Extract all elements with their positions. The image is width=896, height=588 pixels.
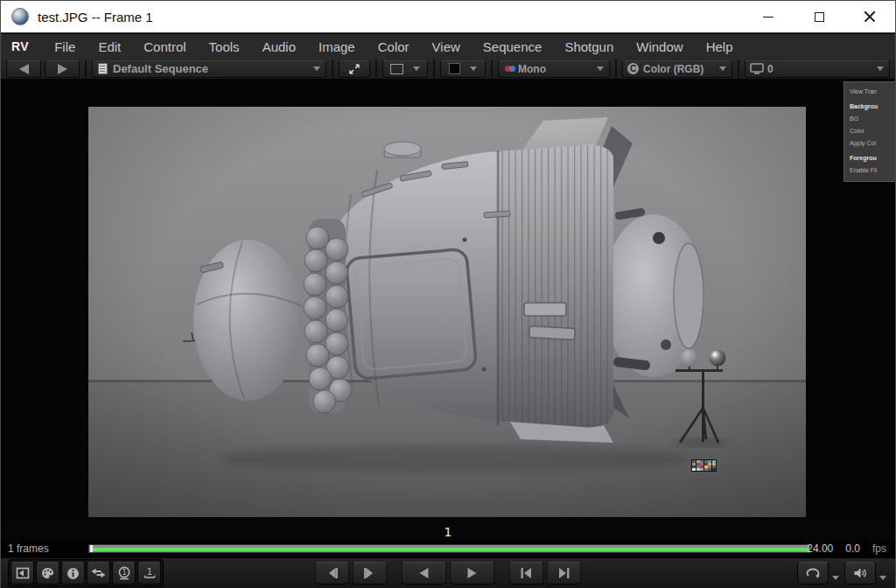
sequence-selector[interactable]: Default Sequence <box>92 60 326 78</box>
panel-header-foreground: Foregrou <box>850 152 895 164</box>
go-to-end-icon <box>557 567 571 579</box>
panel-header-background: Backgrou <box>850 101 895 113</box>
network-view-button[interactable] <box>339 60 370 78</box>
timeline-bar: 1 frames 24.00 0.0 fps <box>1 540 895 557</box>
menu-color[interactable]: Color <box>367 39 421 54</box>
color-swatch-icon <box>449 63 460 74</box>
step-group <box>315 562 388 584</box>
volume-dropdown-caret-icon[interactable] <box>879 576 886 580</box>
viewer-tools-group: 1 1 <box>8 559 164 587</box>
svg-text:1: 1 <box>122 569 126 577</box>
playback-options-group <box>797 562 888 584</box>
fps-target: 24.00 <box>807 542 833 555</box>
toolbar-separator <box>491 60 493 79</box>
color-palette-button[interactable] <box>36 562 60 584</box>
sequence-document-icon <box>98 63 108 74</box>
minimize-icon <box>763 17 774 18</box>
svg-text:1: 1 <box>146 567 151 577</box>
sequence-label: Default Sequence <box>113 62 208 75</box>
menu-sequence[interactable]: Sequence <box>472 39 554 54</box>
menu-control[interactable]: Control <box>132 39 197 54</box>
loop-dropdown-caret-icon[interactable] <box>832 576 839 580</box>
panel-item-apply-color[interactable]: Apply Col <box>850 137 895 150</box>
stereo-right-eye-icon <box>509 66 515 72</box>
menu-edit[interactable]: Edit <box>87 39 132 54</box>
menu-help[interactable]: Help <box>695 39 745 54</box>
play-forward-button[interactable] <box>450 562 495 584</box>
bottom-toolbar: 1 1 <box>1 557 895 588</box>
toolbar-separator <box>375 60 377 79</box>
loop-mode-button[interactable] <box>797 562 829 584</box>
menu-audio[interactable]: Audio <box>251 39 307 54</box>
fps-unit: fps <box>872 542 886 555</box>
color-display-selector[interactable]: C Color (RGB) <box>622 60 732 78</box>
menu-window[interactable]: Window <box>625 39 694 54</box>
info-icon <box>66 567 80 580</box>
fps-current: 0.0 <box>845 542 860 555</box>
menu-tools[interactable]: Tools <box>198 39 251 54</box>
menu-view[interactable]: View <box>421 39 472 54</box>
double-arrow-icon <box>91 568 106 578</box>
step-forward-button[interactable] <box>353 562 388 584</box>
swap-compare-button[interactable] <box>87 562 110 584</box>
play-backward-icon <box>417 567 431 579</box>
play-backward-button[interactable] <box>402 562 447 584</box>
panel-item-color[interactable]: Color <box>850 125 895 137</box>
rv-logo: RV <box>1 39 43 53</box>
image-info-button[interactable] <box>61 562 85 584</box>
toolbar-separator <box>433 60 435 79</box>
monitor-icon <box>750 63 764 75</box>
timeline-frame-button[interactable]: 1 <box>137 562 161 584</box>
step-back-button[interactable] <box>315 562 350 584</box>
volume-button[interactable] <box>844 562 876 584</box>
step-forward-icon <box>363 567 377 579</box>
panel-item-enable-fill[interactable]: Enable Fil <box>850 164 895 177</box>
display-device-selector[interactable]: 0 <box>745 60 890 78</box>
toolbar-separator <box>738 60 739 79</box>
dropdown-caret-icon <box>719 66 726 71</box>
timeline-range <box>90 548 808 551</box>
window-title: test.JPG -- Frame 1 <box>38 10 153 24</box>
matte-color-selector[interactable] <box>440 60 486 78</box>
stereo-label: Mono <box>518 63 546 75</box>
dropdown-caret-icon <box>413 66 420 71</box>
rv-window: test.JPG -- Frame 1 RV File Edit Control… <box>0 0 896 588</box>
region-selector[interactable] <box>382 60 428 78</box>
timeline-track[interactable] <box>88 544 810 553</box>
maximize-button[interactable] <box>794 1 844 32</box>
circled-one-icon: 1 <box>117 566 131 580</box>
palette-icon <box>41 567 54 579</box>
timeline-playhead[interactable] <box>90 545 93 552</box>
dropdown-caret-icon <box>313 66 320 71</box>
app-icon <box>11 8 29 25</box>
play-group <box>402 562 495 584</box>
back-button[interactable] <box>6 60 41 78</box>
image-viewport[interactable]: View Tran Backgrou BG Color Apply Col Fo… <box>1 80 895 524</box>
frames-count-label: 1 frames <box>8 542 49 555</box>
menu-shotgun[interactable]: Shotgun <box>553 39 625 54</box>
forward-button[interactable] <box>45 60 80 78</box>
minimize-button[interactable] <box>743 1 794 32</box>
loop-icon <box>805 567 821 579</box>
speaker-icon <box>853 567 868 579</box>
frame-marker-button[interactable]: 1 <box>112 562 136 584</box>
go-to-start-button[interactable] <box>509 562 544 584</box>
viewer-image <box>88 107 806 517</box>
go-to-end-button[interactable] <box>547 562 582 584</box>
transport-controls <box>315 562 582 584</box>
close-icon <box>864 10 876 23</box>
menu-bar: RV File Edit Control Tools Audio Image C… <box>1 34 895 59</box>
panel-item-view-transform[interactable]: View Tran <box>850 86 895 98</box>
top-toolbar: Default Sequence Mono <box>1 59 895 80</box>
fit-window-button[interactable] <box>10 562 34 584</box>
panel-item-bg[interactable]: BG <box>850 113 895 125</box>
menu-image[interactable]: Image <box>307 39 367 54</box>
display-label: 0 <box>767 63 774 75</box>
forward-arrow-icon <box>58 64 67 74</box>
close-button[interactable] <box>844 1 895 32</box>
stereo-mode-selector[interactable]: Mono <box>498 60 610 78</box>
underlined-one-icon: 1 <box>143 566 157 580</box>
frame-region-icon <box>390 64 403 74</box>
menu-file[interactable]: File <box>43 39 87 54</box>
color-label: Color (RGB) <box>643 63 704 75</box>
